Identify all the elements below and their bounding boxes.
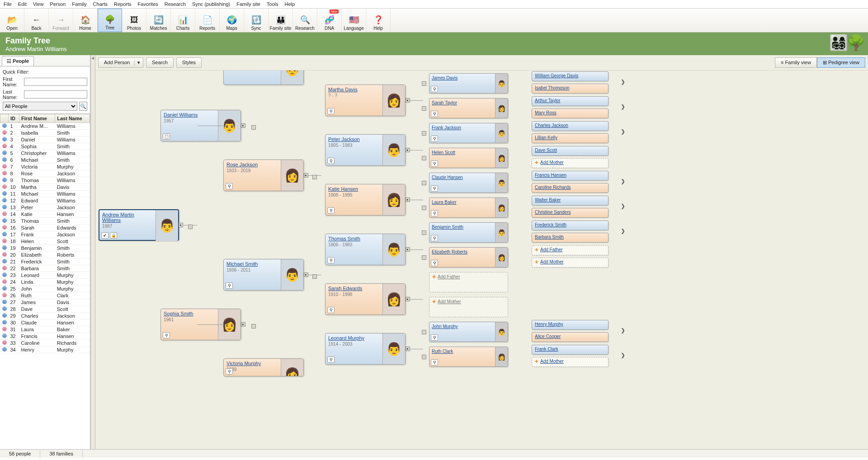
menu-tools[interactable]: Tools	[267, 1, 278, 7]
person-name-link[interactable]: Benjamin Smith	[432, 225, 463, 230]
splitter[interactable]	[90, 55, 95, 449]
person-row[interactable]: 11MichaelWilliams	[0, 191, 90, 197]
expand-chevron[interactable]: ❯	[620, 177, 626, 185]
connector-icon[interactable]: ▸	[179, 223, 183, 227]
card-badge[interactable]: ⚲	[431, 359, 438, 366]
card-badge[interactable]: ⚲	[431, 334, 438, 341]
person-row[interactable]: 27JamesDavis	[0, 299, 90, 306]
expand-chevron[interactable]: ❯	[620, 351, 626, 359]
menu-syncpublishing[interactable]: Sync (publishing)	[192, 1, 230, 7]
person-name-link[interactable]: Sarah Edwards	[328, 286, 362, 291]
connector-node[interactable]	[422, 81, 426, 86]
person-name-link[interactable]: William George Davis	[535, 73, 578, 78]
menu-person[interactable]: Person	[50, 1, 66, 7]
person-photo[interactable]: 👨	[495, 123, 508, 143]
pedigree-view-button[interactable]: ⊞ Pedigree view	[817, 57, 865, 68]
menu-favorites[interactable]: Favorites	[138, 1, 158, 7]
person-name-link[interactable]: Francis Hansen	[535, 173, 566, 178]
connector-node[interactable]	[422, 206, 426, 210]
connector-node[interactable]	[422, 106, 426, 111]
expand-chevron[interactable]: ❯	[620, 202, 626, 210]
expand-chevron[interactable]: ❯	[620, 78, 626, 86]
person-row[interactable]: 33CarolineRichards	[0, 340, 90, 347]
menu-help[interactable]: Help	[285, 1, 295, 7]
people-filter-select[interactable]: All People	[3, 102, 77, 111]
person-photo[interactable]: 👨	[156, 210, 178, 241]
person-card[interactable]: Helen Scott⚲👩	[429, 148, 508, 168]
person-name-link[interactable]: Christine Sanders	[535, 210, 571, 215]
person-row[interactable]: 10MarthaDavis	[0, 184, 90, 191]
add-parent-card[interactable]: Add Mother	[532, 258, 609, 268]
person-row[interactable]: 17FrankJackson	[0, 231, 90, 238]
card-badge[interactable]: 🔒	[110, 232, 117, 239]
person-row[interactable]: 20ElizabethRoberts	[0, 252, 90, 258]
person-photo[interactable]: 👩	[495, 148, 508, 168]
person-card[interactable]: Francis Hansen	[532, 171, 609, 181]
person-name-link[interactable]: Frederick Smith	[535, 222, 566, 227]
people-list[interactable]: ID First Name Last Name 1Andrew M...Will…	[0, 113, 90, 449]
person-card[interactable]: Claude Hansen⚲👨	[429, 173, 508, 193]
person-card[interactable]: William George Davis	[532, 71, 609, 81]
person-name-link[interactable]: Ruth Clark	[432, 349, 453, 354]
person-row[interactable]: 3DanielWilliams	[0, 136, 90, 143]
person-card[interactable]: Ruth Clark⚲👩	[429, 347, 508, 367]
person-photo[interactable]: 👩	[382, 284, 405, 314]
person-card[interactable]: Christine Sanders	[532, 208, 609, 218]
dna-button[interactable]: 🧬DNANew	[317, 9, 342, 32]
connector-node[interactable]	[188, 225, 193, 229]
person-card[interactable]: Laura Baker⚲👩	[429, 197, 508, 218]
sync-button[interactable]: 🔃Sync	[244, 9, 269, 32]
col-last[interactable]: Last Name	[55, 114, 90, 123]
add-parent-card[interactable]: Add Mother	[532, 357, 609, 367]
expand-chevron[interactable]: ❯	[620, 127, 626, 136]
person-name-link[interactable]: Sophia Smith	[164, 311, 193, 316]
person-card[interactable]: Katie Hansen1908 - 1995⚲👩▸	[325, 184, 406, 216]
person-card[interactable]: Rose Jackson1933 - 2019⚲👩▸	[223, 160, 304, 191]
person-name-link[interactable]: Katie Hansen	[328, 186, 358, 192]
search-icon[interactable]: 🔍	[79, 102, 87, 111]
person-card[interactable]: James Davis⚲👨	[429, 73, 508, 94]
person-name-link[interactable]: Frank Jackson	[432, 125, 461, 130]
charts-button[interactable]: 📊Charts	[171, 9, 195, 32]
person-photo[interactable]: 👩	[495, 347, 508, 366]
person-photo[interactable]: 👨	[495, 223, 508, 242]
menu-family[interactable]: Family	[72, 1, 86, 7]
search-button[interactable]: Search	[146, 57, 174, 68]
person-photo[interactable]: 👨	[495, 322, 508, 342]
card-badge[interactable]: ⚲	[431, 86, 438, 92]
connector-node[interactable]	[422, 181, 426, 185]
person-name-link[interactable]: Leonard Murphy	[328, 335, 364, 341]
connector-icon[interactable]: ▸	[241, 123, 245, 128]
person-row[interactable]: 15ThomasSmith	[0, 218, 90, 225]
person-card[interactable]: Caroline Richards	[532, 183, 609, 193]
back-button[interactable]: ←Back	[24, 9, 49, 32]
person-row[interactable]: 26RuthClark	[0, 292, 90, 299]
add-parent-box[interactable]: Add Father	[429, 272, 508, 292]
person-photo[interactable]: 👩	[382, 184, 405, 215]
tree-button[interactable]: 🌳Tree	[98, 9, 122, 32]
person-card[interactable]: Dave Scott	[532, 146, 609, 156]
person-row[interactable]: 6MichaelSmith	[0, 157, 90, 164]
person-name-link[interactable]: Isabel Thompson	[535, 85, 570, 90]
person-name-link[interactable]: Walter Baker	[535, 197, 561, 202]
person-card[interactable]: Peter Jackson1905 - 1983⚲👨▸	[325, 134, 406, 166]
person-row[interactable]: 23LeonardMurphy	[0, 272, 90, 279]
person-photo[interactable]: 👩	[495, 99, 508, 118]
menu-familysite[interactable]: Family site	[236, 1, 260, 7]
last-name-input[interactable]	[24, 90, 87, 99]
styles-button[interactable]: Styles	[176, 57, 202, 68]
person-row[interactable]: 8RoseJackson	[0, 170, 90, 177]
person-card[interactable]: Alice Cooper	[532, 332, 609, 342]
photos-button[interactable]: 🖼Photos	[122, 9, 146, 32]
person-name-link[interactable]: Sarah Taylor	[432, 100, 457, 105]
person-photo[interactable]: 👨	[495, 173, 508, 192]
connector-node[interactable]	[251, 324, 256, 329]
person-card[interactable]: Barbara Smith	[532, 233, 609, 243]
person-card[interactable]: Michael Smith1936 - 2011⚲👨▸	[223, 259, 304, 291]
card-badge[interactable]: ⚲	[163, 332, 170, 338]
person-name-link[interactable]: Dave Scott	[535, 148, 557, 153]
family-view-button[interactable]: ≡ Family view	[775, 57, 817, 68]
maps-button[interactable]: 🌍Maps	[220, 9, 244, 32]
person-photo[interactable]: 👨	[382, 135, 405, 165]
person-name-link[interactable]: Claude Hansen	[432, 175, 463, 180]
